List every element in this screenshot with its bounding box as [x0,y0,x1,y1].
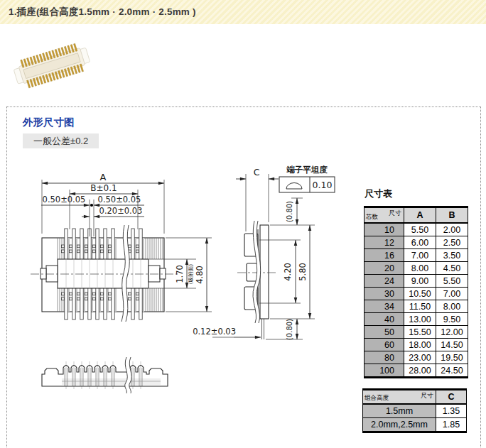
dim-020-label: 0.20±0.03 [99,206,143,216]
dim-b-cell: 12.00 [436,326,468,339]
flatness-value: 0.10 [313,180,333,190]
dim-050-right-label: 0.50±0.05 [98,195,141,204]
dim-a-cell: 5.50 [404,223,436,236]
dim-a-cell: 23.00 [404,351,436,364]
pin-count-cell: 80 [364,351,404,364]
height-table-corner-cell: 尺寸 组合高度 [363,390,436,405]
dim-a-cell: 18.00 [404,339,436,351]
size-table-row: 3411.508.00 [364,300,468,313]
pin-count-cell: 12 [364,236,404,249]
dim-a-cell: 13.00 [404,313,436,326]
corner-label-bottom: 芯数 [366,213,378,222]
dimension-drawing: A B±0.1 0.50±0.05 0.50±0.05 0.20±0.03 1.… [21,164,355,405]
dim-a-cell: 7.00 [404,249,436,262]
dim-c-label: C [254,167,260,177]
size-table: 尺寸 芯数 A B 105.502.00126.002.50167.003.50… [364,206,468,378]
dim-b-cell: 8.00 [436,300,468,313]
size-table-row: 167.003.50 [364,249,468,262]
bottom-view-drawing [42,357,168,393]
connector-product-image [6,37,99,99]
dim-012-label: 0.12±0.03 [193,327,236,337]
dim-a-cell: 10.50 [404,288,436,300]
dim-080-bottom-label: (0.80) [286,319,293,340]
dim-170-label: 1.70 [175,265,185,283]
stack-height-cell: 1.5mm [363,404,436,418]
size-table-row: 5015.5012.00 [364,326,468,339]
dim-b-cell: 4.50 [436,262,468,275]
pin-count-cell: 16 [364,249,404,262]
side-view-drawing: 0.10 端子平坦度 C (0.80) 4.20 5.80 (0.80) 0.1… [193,165,335,340]
pin-count-cell: 24 [364,275,404,288]
datum-dot [90,204,93,207]
dim-b-cell: 2.00 [436,223,468,236]
dim-b-label: B±0.1 [90,183,117,193]
height-table-header-row: 尺寸 组合高度 C [363,390,467,405]
height-table-row: 2.0mm,2.5mm1.85 [363,418,467,432]
connector-body [11,41,92,91]
size-table-row: 10028.0024.50 [364,364,468,378]
dim-480-label: 4.80 [195,266,205,284]
dim-b-cell: 19.50 [436,351,468,364]
dim-b-cell: 5.50 [436,275,468,288]
dim-b-cell: 24.50 [436,364,468,378]
dim-080-top-label: (0.80) [286,201,293,222]
size-table-corner-cell: 尺寸 芯数 [364,207,404,224]
dim-050-left-label: 0.50±0.05 [43,195,86,204]
column-header-a: A [404,207,436,224]
dim-a-cell: 11.50 [404,300,436,313]
dim-b-cell: 14.50 [436,339,468,351]
flatness-title: 端子平坦度 [286,165,328,175]
size-table-row: 6018.0014.50 [364,339,468,351]
dim-580-label: 5.80 [298,263,308,281]
dim-b-cell: 9.50 [436,313,468,326]
dim-b-cell: 2.50 [436,236,468,249]
dim-a-cell: 8.00 [404,262,436,275]
pin-count-cell: 100 [364,364,404,378]
section-header-title: 1.插座(组合高度1.5mm · 2.0mm · 2.5mm ) [9,6,196,18]
dim-a-cell: 6.00 [404,236,436,249]
stack-height-cell: 2.0mm,2.5mm [363,418,436,432]
column-header-c: C [436,390,467,405]
section-header: 1.插座(组合高度1.5mm · 2.0mm · 2.5mm ) [0,0,486,24]
dim-b-cell: 3.50 [436,249,468,262]
dim-a-cell: 15.50 [404,326,436,339]
dim-b-cell: 7.00 [436,288,468,300]
dimension-panel: 外形尺寸图 一般公差±0.2 [6,106,481,448]
tolerance-label: 一般公差±0.2 [23,133,99,148]
size-table-row: 249.005.50 [364,275,468,288]
size-table-row: 3010.507.00 [364,288,468,300]
size-table-row: 4013.009.50 [364,313,468,326]
dim-a-cell: 9.00 [404,275,436,288]
height-table: 尺寸 组合高度 C 1.5mm1.352.0mm,2.5mm1.85 [362,388,467,433]
pin-count-cell: 10 [364,223,404,236]
height-table-row: 1.5mm1.35 [363,404,467,418]
column-header-b: B [436,207,468,224]
size-table-row: 208.004.50 [364,262,468,275]
corner-label-bottom: 组合高度 [364,394,389,403]
flatness-callout: 0.10 [279,177,335,192]
pin-count-cell: 30 [364,288,404,300]
panel-title: 外形尺寸图 [23,116,75,129]
dim-c-cell: 1.35 [436,404,467,418]
corner-label-top: 尺寸 [389,209,401,218]
dim-a-label: A [100,172,107,182]
corner-label-top: 尺寸 [421,391,433,400]
size-table-title: 尺寸表 [364,187,392,200]
pin-count-cell: 50 [364,326,404,339]
pin-count-cell: 60 [364,339,404,351]
top-view-drawing: A B±0.1 0.50±0.05 0.50±0.05 0.20±0.03 1.… [31,172,212,322]
size-table-header-row: 尺寸 芯数 A B [364,207,468,224]
size-table-row: 8023.0019.50 [364,351,468,364]
dim-a-cell: 28.00 [404,364,436,378]
suction-note-label: (吸附面) [188,264,194,284]
dim-c-cell: 1.85 [436,418,467,432]
size-table-row: 105.502.00 [364,223,468,236]
pin-count-cell: 20 [364,262,404,275]
pin-count-cell: 34 [364,300,404,313]
dim-420-label: 4.20 [283,263,293,281]
size-table-row: 126.002.50 [364,236,468,249]
pin-count-cell: 40 [364,313,404,326]
